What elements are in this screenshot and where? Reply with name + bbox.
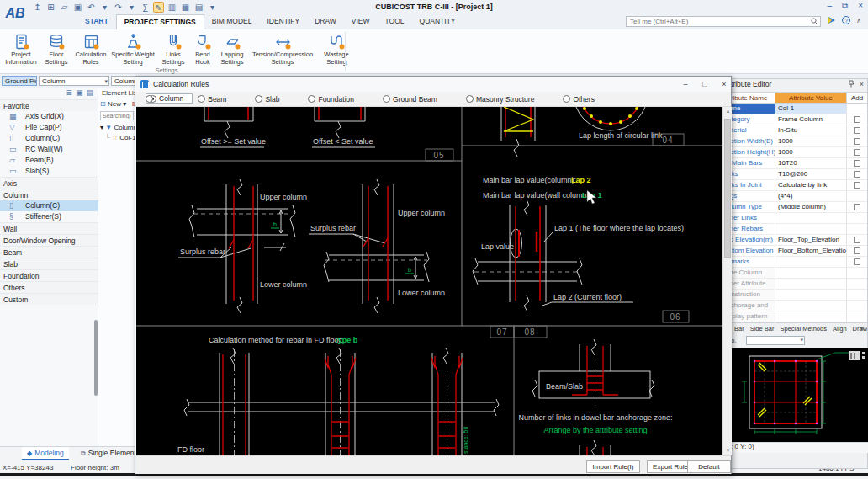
tab-view[interactable]: VIEW	[344, 14, 378, 29]
attribute-value[interactable]: Calculate by link	[775, 180, 847, 190]
sidebar-section-others[interactable]: Others	[0, 281, 98, 293]
sidebar-item-stiffener-s[interactable]: §Stiffener(S)	[0, 211, 98, 222]
radio-masonry-structure[interactable]: Masonry Structure	[466, 95, 534, 104]
attr-tab-bar[interactable]: Bar	[734, 325, 744, 333]
add-checkbox[interactable]	[854, 237, 860, 243]
add-checkbox[interactable]	[854, 171, 860, 178]
close-icon[interactable]: ×	[858, 1, 863, 11]
attribute-value[interactable]: (4*4)	[775, 191, 847, 201]
add-checkbox[interactable]	[854, 149, 860, 156]
tab-modeling[interactable]: ◆Modeling	[22, 447, 69, 460]
redo-dropdown-icon[interactable]: ▾	[126, 2, 137, 13]
list-view-icon[interactable]: ≣	[66, 88, 72, 97]
minimize-icon[interactable]: –	[827, 1, 832, 11]
radio-others[interactable]: Others	[563, 95, 595, 104]
tab-tool[interactable]: TOOL	[378, 14, 412, 29]
ribbon-button-project-information[interactable]: Project Information	[2, 31, 40, 66]
sidebar-section-favorite[interactable]: Favorite	[0, 99, 98, 111]
restore-icon[interactable]: ⧉	[842, 1, 848, 11]
pin-icon[interactable]	[848, 80, 855, 88]
new-icon[interactable]: ⊞	[45, 2, 56, 13]
attribute-row-other-rebars[interactable]: Other Rebars	[720, 224, 867, 235]
radio-circle-icon[interactable]	[466, 95, 474, 103]
feedback-icon[interactable]	[828, 16, 836, 24]
attribute-row-section-height-h[interactable]: Section Height(H)1000	[720, 147, 867, 158]
info-select[interactable]: ▾	[746, 336, 805, 345]
tab-bim-model[interactable]: BIM MODEL	[204, 14, 260, 29]
sidebar-item-pile-cap-p[interactable]: ▽Pile Cap(P)	[0, 122, 98, 133]
button-default[interactable]: Default	[687, 460, 731, 473]
attribute-row-links[interactable]: LinksT10@200	[720, 169, 867, 180]
attribute-row-construction[interactable]: Construction	[720, 290, 867, 301]
attr-tab-side-bar[interactable]: Side Bar	[750, 325, 775, 333]
save-icon[interactable]: ▣	[72, 2, 83, 13]
radio-circle-icon[interactable]	[383, 95, 390, 103]
dialog-scrollbar[interactable]: ▲ ▼	[722, 107, 732, 455]
ribbon-button-specific-weight-setting[interactable]: Specific Weight Setting	[109, 31, 156, 66]
attribute-row-name[interactable]: NameCol-1	[720, 104, 867, 114]
radio-circle-icon[interactable]	[255, 95, 262, 103]
attribute-value[interactable]: 1000	[775, 147, 847, 157]
element-type-select[interactable]: Column▾	[39, 76, 109, 86]
radio-foundation[interactable]: Foundation	[308, 95, 354, 104]
attribute-row-remarks[interactable]: Remarks	[720, 257, 867, 268]
tab-start[interactable]: START	[77, 14, 116, 29]
element-tree-root[interactable]: ▾ ▼ Column	[100, 124, 137, 131]
attribute-row-bottom-elevation[interactable]: Bottom ElevationFloor_Bottom_Elevation	[720, 246, 867, 257]
attribute-row-top-elevation-m[interactable]: Top Elevation(m)Floor_Top_Elevation	[720, 235, 867, 246]
attribute-value[interactable]	[775, 257, 847, 267]
redo-icon[interactable]: ↷	[113, 2, 124, 13]
sidebar-item-slab-s[interactable]: ▭Slab(S)	[0, 166, 98, 177]
add-checkbox[interactable]	[854, 116, 860, 123]
attribute-value[interactable]: (Middle column)	[775, 202, 847, 212]
attribute-row-material[interactable]: MaterialIn-Situ	[720, 125, 867, 136]
tab-quantity[interactable]: QUANTITY	[412, 14, 463, 29]
attr-tab-special-methods[interactable]: Special Methods	[780, 325, 826, 333]
sidebar-section-slab[interactable]: Slab	[0, 258, 98, 269]
ribbon-button-links-settings[interactable]: Links Settings	[156, 31, 190, 66]
attribute-value[interactable]: T10@200	[775, 169, 847, 179]
attribute-row-legs[interactable]: Legs(4*4)	[720, 191, 867, 202]
sidebar-section-door-window-opening[interactable]: Door/Window Opening	[0, 234, 98, 246]
tree-expander-icon[interactable]: ▾	[100, 124, 103, 131]
scroll-up-icon[interactable]: ▲	[723, 107, 733, 116]
button-import-rule-i[interactable]: Import Rule(I)	[586, 460, 640, 473]
attribute-value[interactable]	[775, 290, 847, 300]
add-checkbox[interactable]	[854, 138, 860, 145]
scroll-down-icon[interactable]: ▼	[723, 446, 733, 455]
collapse-ribbon-icon[interactable]: ∧	[856, 17, 861, 24]
attribute-row-category[interactable]: CategoryFrame Column	[720, 114, 867, 125]
sidebar-section-axis[interactable]: Axis	[0, 177, 98, 189]
radio-ground-beam[interactable]: Ground Beam	[383, 95, 437, 104]
add-checkbox[interactable]	[854, 127, 860, 134]
attribute-row-column-type[interactable]: Column Type(Middle column)	[720, 202, 867, 213]
attribute-value[interactable]: Floor_Bottom_Elevation	[775, 246, 847, 256]
attribute-value[interactable]	[775, 213, 847, 223]
attribute-value[interactable]: In-Situ	[775, 125, 847, 136]
edit-highlight-icon[interactable]: ✎	[153, 2, 164, 13]
grid-icon[interactable]: ▤	[193, 2, 204, 13]
sidebar-section-custom[interactable]: Custom	[0, 293, 98, 305]
dialog-minimize-icon[interactable]: –	[678, 79, 693, 90]
undo-icon[interactable]: ↶	[86, 2, 97, 13]
tab-draw[interactable]: DRAW	[307, 14, 344, 29]
tab-overflow-icon[interactable]: »	[860, 323, 864, 334]
attribute-value[interactable]: Floor_Top_Elevation	[775, 235, 847, 245]
help-icon[interactable]: ?	[842, 16, 850, 24]
element-tree-item[interactable]: └ ☆ Col-1	[105, 134, 135, 141]
attr-tab-align[interactable]: Align	[833, 325, 847, 333]
sidebar-item-column-c[interactable]: ▯Column(C)	[0, 133, 98, 144]
dialog-maximize-icon[interactable]: □	[697, 79, 712, 90]
attribute-row-links-in-joint[interactable]: Links In JointCalculate by link	[720, 180, 867, 191]
attribute-value[interactable]: 1000	[775, 136, 847, 146]
sidebar-section-wall[interactable]: Wall	[0, 222, 98, 234]
sidebar-scrollbar[interactable]	[94, 320, 98, 396]
attribute-row-other-attribute[interactable]: Other Attribute	[720, 279, 867, 290]
ribbon-button-lapping-settings[interactable]: Lapping Settings	[215, 31, 249, 66]
attribute-value[interactable]: 16T20	[775, 158, 847, 168]
ribbon-button-wastage-setting[interactable]: Wastage Setting	[316, 31, 357, 66]
attribute-value[interactable]	[775, 224, 847, 234]
new-element-button[interactable]: New	[108, 100, 121, 108]
attribute-value[interactable]	[775, 279, 847, 289]
radio-circle-icon[interactable]	[308, 95, 315, 103]
